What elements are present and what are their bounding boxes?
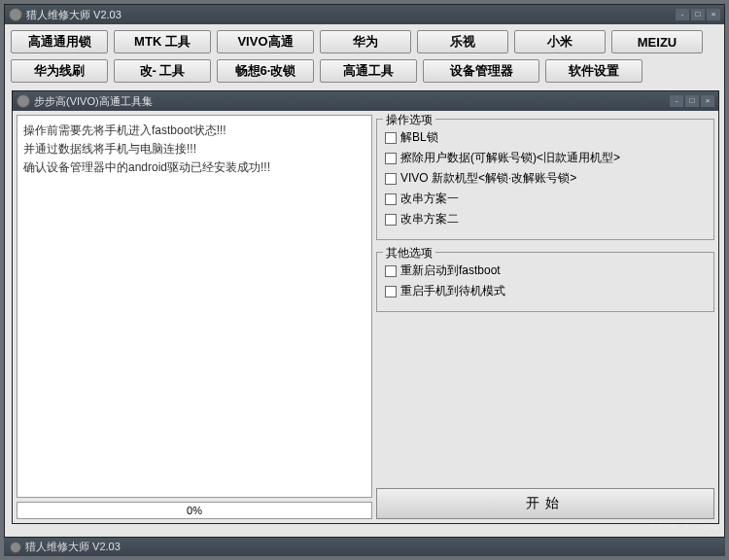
start-button[interactable]: 开始 xyxy=(376,488,714,519)
option-erase-userdata[interactable]: 擦除用户数据(可解账号锁)<旧款通用机型> xyxy=(385,150,706,166)
left-panel: 操作前需要先将手机进入fastboot状态!!! 并通过数据线将手机与电脑连接!… xyxy=(17,115,372,519)
sub-titlebar: 步步高(VIVO)高通工具集 - □ × xyxy=(13,91,718,111)
checkbox-icon xyxy=(385,265,397,277)
option-reboot-standby[interactable]: 重启手机到待机模式 xyxy=(385,283,706,299)
operation-options-group: 操作选项 解BL锁 擦除用户数据(可解账号锁)<旧款通用机型> VIVO 新款机… xyxy=(376,119,714,240)
main-window-controls: - □ × xyxy=(676,9,720,20)
toolbar-row-2: 华为线刷 改- 工具 畅想6·改锁 高通工具 设备管理器 软件设置 xyxy=(11,59,718,83)
option-reboot-fastboot[interactable]: 重新启动到fastboot xyxy=(385,262,706,279)
sub-window-controls: - □ × xyxy=(670,95,714,107)
close-button[interactable]: × xyxy=(707,9,720,20)
sub-close-button[interactable]: × xyxy=(701,95,714,107)
btn-qualcomm-tools[interactable]: 高通工具 xyxy=(320,59,417,83)
btn-modify-tools[interactable]: 改- 工具 xyxy=(114,59,211,83)
maximize-button[interactable]: □ xyxy=(691,9,705,20)
progress-bar: 0% xyxy=(17,502,372,519)
progress-text: 0% xyxy=(187,505,202,516)
statusbar: 猎人维修大师 V2.03 xyxy=(4,538,725,556)
checkbox-icon xyxy=(385,193,397,205)
checkbox-icon xyxy=(385,286,397,298)
btn-software-settings[interactable]: 软件设置 xyxy=(545,59,642,83)
option-imei-plan2[interactable]: 改串方案二 xyxy=(385,211,706,228)
main-title: 猎人维修大师 V2.03 xyxy=(26,8,676,22)
btn-mtk-tools[interactable]: MTK 工具 xyxy=(114,30,211,53)
btn-device-manager[interactable]: 设备管理器 xyxy=(423,59,539,83)
sub-app-icon xyxy=(17,94,30,108)
log-line: 确认设备管理器中的android驱动已经安装成功!!! xyxy=(23,158,365,177)
group-title: 操作选项 xyxy=(383,112,435,128)
log-output: 操作前需要先将手机进入fastboot状态!!! 并通过数据线将手机与电脑连接!… xyxy=(17,115,372,498)
spacer xyxy=(376,316,714,484)
checkbox-icon xyxy=(385,214,397,226)
main-titlebar: 猎人维修大师 V2.03 - □ × xyxy=(5,5,724,24)
option-imei-plan1[interactable]: 改串方案一 xyxy=(385,191,706,207)
log-line: 并通过数据线将手机与电脑连接!!! xyxy=(23,140,365,158)
btn-huawei[interactable]: 华为 xyxy=(320,30,411,53)
sub-content: 操作前需要先将手机进入fastboot状态!!! 并通过数据线将手机与电脑连接!… xyxy=(13,111,718,523)
log-line: 操作前需要先将手机进入fastboot状态!!! xyxy=(23,122,365,140)
minimize-button[interactable]: - xyxy=(676,9,689,20)
option-unlock-bl[interactable]: 解BL锁 xyxy=(385,129,706,146)
checkbox-icon xyxy=(385,173,397,185)
btn-leshi[interactable]: 乐视 xyxy=(417,30,508,53)
sub-maximize-button[interactable]: □ xyxy=(685,95,699,107)
btn-changxiang-lock[interactable]: 畅想6·改锁 xyxy=(217,59,314,83)
checkbox-icon xyxy=(385,132,397,144)
other-options-group: 其他选项 重新启动到fastboot 重启手机到待机模式 xyxy=(376,252,714,312)
toolbar-row-1: 高通通用锁 MTK 工具 VIVO高通 华为 乐视 小米 MEIZU xyxy=(11,30,718,53)
btn-xiaomi[interactable]: 小米 xyxy=(514,30,606,53)
btn-qualcomm-lock[interactable]: 高通通用锁 xyxy=(11,30,108,53)
btn-vivo-qualcomm[interactable]: VIVO高通 xyxy=(217,30,314,53)
btn-meizu[interactable]: MEIZU xyxy=(611,30,703,53)
statusbar-text: 猎人维修大师 V2.03 xyxy=(25,540,121,554)
app-icon xyxy=(9,8,22,21)
right-panel: 操作选项 解BL锁 擦除用户数据(可解账号锁)<旧款通用机型> VIVO 新款机… xyxy=(376,115,714,519)
statusbar-icon xyxy=(10,542,21,553)
sub-title: 步步高(VIVO)高通工具集 xyxy=(34,94,670,109)
vivo-tool-window: 步步高(VIVO)高通工具集 - □ × 操作前需要先将手机进入fastboot… xyxy=(12,90,719,524)
checkbox-icon xyxy=(385,153,397,164)
option-vivo-new-unlock[interactable]: VIVO 新款机型<解锁·改解账号锁> xyxy=(385,170,706,187)
sub-minimize-button[interactable]: - xyxy=(670,95,683,107)
btn-huawei-flash[interactable]: 华为线刷 xyxy=(11,59,108,83)
group-title: 其他选项 xyxy=(383,245,435,262)
